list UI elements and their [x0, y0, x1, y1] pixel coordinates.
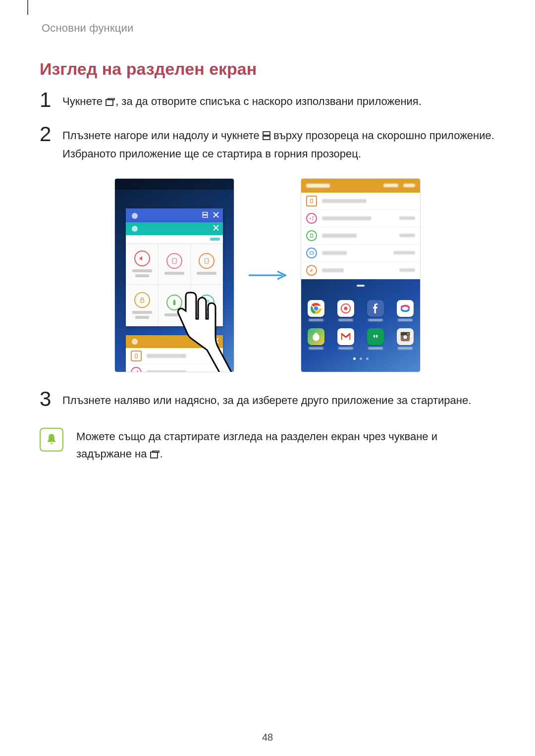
documents-icon	[306, 230, 317, 241]
breadcrumb: Основни функции	[42, 22, 495, 35]
svg-point-37	[407, 333, 409, 335]
split-handle-icon	[357, 285, 365, 287]
svg-rect-16	[135, 354, 138, 358]
edit-label	[210, 238, 220, 241]
email-icon	[337, 300, 354, 317]
manual-page: Основни функции Изглед на разделен екран…	[0, 0, 535, 756]
close-icon	[213, 338, 219, 345]
storage-icon	[131, 351, 142, 361]
tip-bell-icon	[40, 428, 63, 452]
instagram-icon	[397, 328, 414, 345]
galaxy-apps-icon	[397, 300, 414, 317]
recents-card-files	[126, 335, 223, 372]
volume-icon	[134, 251, 150, 266]
audio-icon	[306, 265, 317, 276]
svg-point-25	[312, 219, 314, 220]
display-icon	[166, 253, 182, 269]
svg-rect-39	[153, 451, 159, 452]
steps-list: 1 Чукнете , за да отворите списъка с нас…	[40, 93, 495, 168]
svg-rect-4	[203, 212, 207, 215]
gallery-icon	[308, 328, 324, 345]
svg-rect-3	[263, 136, 270, 140]
step-2: 2 Плъзнете нагоре или надолу и чукнете в…	[40, 127, 495, 167]
split-view-icon	[202, 212, 208, 219]
svg-point-23	[310, 217, 311, 219]
facebook-icon	[367, 300, 384, 317]
page-indicator	[353, 357, 369, 360]
figure-row	[40, 179, 495, 372]
close-icon	[213, 212, 219, 219]
battery-icon	[166, 295, 182, 310]
tip-text: .	[160, 448, 163, 460]
split-view-icon	[263, 128, 270, 145]
svg-point-18	[137, 370, 138, 372]
recents-card-internet	[126, 208, 223, 223]
gmail-icon	[337, 328, 354, 345]
edge-icon	[199, 253, 214, 269]
step-3: 3 Плъзнете наляво или надясно, за да изб…	[40, 392, 495, 414]
step-number: 2	[40, 124, 62, 145]
svg-rect-0	[106, 100, 113, 105]
svg-rect-2	[263, 132, 270, 135]
recent-apps-icon	[106, 94, 115, 111]
svg-rect-8	[140, 300, 144, 302]
svg-rect-7	[205, 258, 209, 264]
svg-rect-26	[311, 234, 313, 237]
phone-recents	[115, 179, 234, 372]
hangouts-icon	[367, 328, 384, 345]
top-rule	[27, 0, 28, 15]
step-text: Чукнете	[62, 95, 106, 107]
app-dot-icon	[132, 213, 138, 219]
tip-text: Можете също да стартирате изгледа на раз…	[76, 430, 437, 460]
storage-icon	[306, 196, 317, 206]
split-top-header	[301, 179, 420, 193]
images-icon	[306, 248, 317, 258]
svg-rect-9	[173, 301, 176, 305]
svg-rect-27	[310, 252, 314, 254]
manual-icon	[199, 295, 214, 310]
svg-rect-15	[203, 341, 207, 344]
recents-card-settings	[126, 222, 223, 326]
status-bar	[115, 179, 234, 190]
download-icon	[306, 213, 317, 224]
app-dot-icon	[132, 226, 138, 232]
page-number: 48	[0, 732, 535, 743]
phone-split-view	[301, 179, 420, 372]
recent-apps-icon	[150, 446, 160, 463]
step-text: , за да отворите списъка с наскоро изпол…	[115, 95, 422, 107]
svg-point-32	[344, 306, 347, 310]
section-title: Изглед на разделен екран	[40, 59, 495, 79]
split-view-icon	[202, 338, 208, 345]
step-text: Плъзнете нагоре или надолу и чукнете	[62, 129, 263, 142]
download-icon	[131, 367, 142, 372]
svg-rect-22	[311, 199, 313, 203]
step-text: Плъзнете наляво или надясно, за да избер…	[62, 392, 495, 409]
svg-rect-10	[174, 300, 175, 301]
steps-list-continued: 3 Плъзнете наляво или надясно, за да изб…	[40, 392, 495, 414]
close-icon	[213, 225, 219, 232]
tip-block: Можете също да стартирате изгледа на раз…	[40, 428, 495, 463]
arrow-right-icon	[248, 270, 287, 280]
step-number: 1	[40, 90, 62, 110]
svg-point-24	[312, 216, 314, 218]
split-bottom-launcher	[301, 284, 420, 372]
svg-rect-14	[203, 338, 207, 341]
lock-icon	[134, 292, 150, 308]
app-dot-icon	[132, 339, 138, 345]
step-number: 3	[40, 389, 62, 409]
svg-rect-38	[151, 452, 158, 458]
svg-rect-5	[203, 215, 207, 218]
chrome-icon	[308, 300, 324, 317]
svg-point-36	[403, 335, 407, 339]
svg-rect-6	[172, 258, 176, 264]
step-1: 1 Чукнете , за да отворите списъка с нас…	[40, 93, 495, 116]
